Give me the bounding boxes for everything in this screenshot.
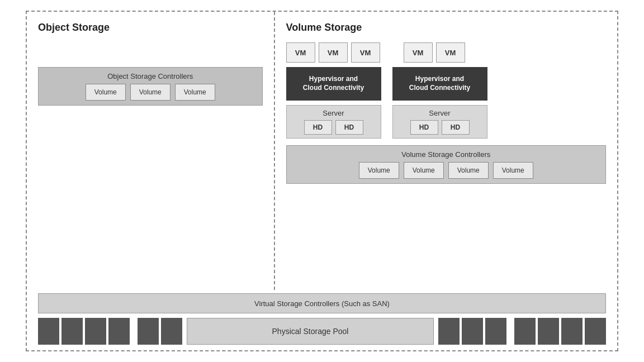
vm-5: VM — [436, 42, 465, 63]
hypervisor-1: Hypervisor andCloud Connectivity — [286, 67, 381, 101]
obj-volume-1: Volume — [86, 84, 126, 101]
phys-block-12 — [561, 318, 583, 345]
phys-block-8 — [462, 318, 483, 345]
obj-volume-2: Volume — [130, 84, 171, 101]
hd-2-1: HD — [410, 120, 438, 135]
phys-block-9 — [485, 318, 506, 345]
phys-block-2 — [61, 318, 83, 345]
vm-group-2: VM VM — [404, 42, 465, 63]
vol-volume-2: Volume — [404, 162, 444, 179]
hd-1-2: HD — [335, 120, 363, 135]
vol-volume-row: Volume Volume Volume Volume — [293, 162, 599, 179]
top-section: Object Storage Object Storage Controller… — [27, 12, 617, 290]
phys-block-7 — [438, 318, 460, 345]
vm-group-1: VM VM VM — [286, 42, 380, 63]
vm-3: VM — [351, 42, 380, 63]
server-2: Server HD HD — [392, 105, 487, 139]
vm-2: VM — [319, 42, 348, 63]
vol-controllers-box: Volume Storage Controllers Volume Volume… — [286, 145, 606, 184]
hypervisor-row: Hypervisor andCloud Connectivity Hypervi… — [286, 67, 606, 101]
hd-row-1: HD HD — [292, 120, 375, 135]
physical-pool-box: Physical Storage Pool — [187, 318, 434, 345]
obj-volume-3: Volume — [175, 84, 215, 101]
physical-pool-label: Physical Storage Pool — [272, 327, 349, 336]
phys-block-11 — [538, 318, 559, 345]
phys-block-3 — [85, 318, 106, 345]
vol-volume-1: Volume — [359, 162, 399, 179]
phys-block-1 — [38, 318, 59, 345]
hd-2-2: HD — [442, 120, 470, 135]
object-storage-title: Object Storage — [38, 22, 263, 34]
server-1: Server HD HD — [286, 105, 381, 139]
server-1-label: Server — [292, 109, 375, 117]
virtual-controllers-label: Virtual Storage Controllers (Such as SAN… — [254, 299, 390, 308]
vm-row: VM VM VM VM VM — [286, 42, 606, 63]
volume-storage-title: Volume Storage — [286, 22, 606, 34]
vm-4: VM — [404, 42, 433, 63]
phys-block-13 — [585, 318, 606, 345]
obj-controllers-title: Object Storage Controllers — [45, 72, 255, 80]
server-row: Server HD HD Server HD HD — [286, 105, 606, 139]
vol-controllers-title: Volume Storage Controllers — [293, 150, 599, 159]
phys-block-5 — [138, 318, 159, 345]
phys-block-10 — [514, 318, 536, 345]
volume-storage-pane: Volume Storage VM VM VM VM VM Hypervisor… — [275, 12, 617, 290]
physical-row: Physical Storage Pool — [38, 318, 606, 345]
obj-volume-row: Volume Volume Volume — [45, 84, 255, 101]
diagram-container: Object Storage Object Storage Controller… — [26, 11, 618, 351]
object-storage-pane: Object Storage Object Storage Controller… — [27, 12, 275, 290]
object-storage-controllers: Object Storage Controllers Volume Volume… — [38, 67, 263, 106]
hypervisor-2: Hypervisor andCloud Connectivity — [392, 67, 487, 101]
hd-1-1: HD — [304, 120, 332, 135]
vol-volume-4: Volume — [493, 162, 533, 179]
server-2-label: Server — [399, 109, 481, 117]
bottom-section: Virtual Storage Controllers (Such as SAN… — [27, 290, 617, 350]
vol-volume-3: Volume — [448, 162, 489, 179]
virtual-controllers-box: Virtual Storage Controllers (Such as SAN… — [38, 293, 606, 313]
vm-1: VM — [286, 42, 315, 63]
hd-row-2: HD HD — [399, 120, 481, 135]
phys-block-4 — [108, 318, 130, 345]
phys-block-6 — [161, 318, 182, 345]
